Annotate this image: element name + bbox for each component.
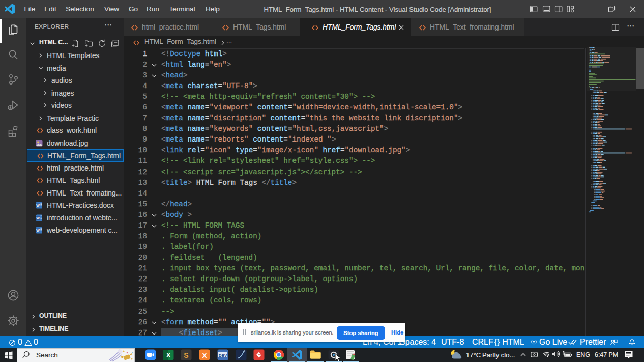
svg-text:X: X — [202, 352, 207, 359]
svg-text:DEV: DEV — [219, 353, 227, 358]
svg-text:W: W — [36, 204, 40, 207]
svg-text:W: W — [36, 229, 40, 232]
svg-text:S: S — [184, 351, 188, 359]
svg-text:X: X — [166, 351, 171, 359]
svg-text:W: W — [36, 216, 40, 219]
